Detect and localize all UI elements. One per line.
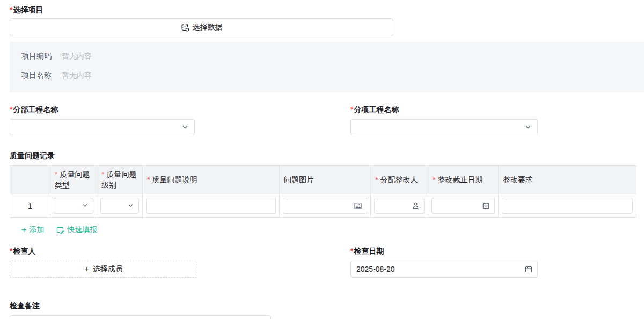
chevron-down-icon [524, 123, 532, 131]
chevron-down-icon [82, 202, 89, 209]
column-header-issue-type: *质量问题类型 [50, 166, 97, 194]
column-header-requirement: 整改要求 [499, 166, 636, 194]
project-name-row: 项目名称 暂无内容 [21, 70, 644, 81]
plus-icon: + [21, 226, 26, 234]
table-row: 1 [10, 194, 636, 218]
add-button[interactable]: + 添加 [21, 225, 44, 235]
column-header-issue-level: *质量问题级别 [97, 166, 143, 194]
division-field: *分部工程名称 [10, 104, 195, 135]
remark-textarea[interactable] [10, 315, 271, 319]
required-mark: * [10, 105, 12, 114]
requirement-input[interactable] [502, 198, 633, 214]
column-header-issue-desc: *质量问题说明 [143, 166, 280, 194]
plus-icon: + [84, 265, 89, 273]
form-container: *选择项目 选择数据 项目编码 暂无内容 项目名称 暂无内容 *分部工程名称 [10, 0, 644, 319]
inspector-field: *检查人 + 选择成员 [10, 246, 197, 278]
inspector-label: *检查人 [10, 246, 197, 256]
row-index: 1 [10, 194, 50, 218]
person-icon [412, 202, 420, 210]
issue-image-input[interactable] [283, 198, 367, 214]
work-name-row: *分部工程名称 *分项工程名称 [10, 104, 644, 137]
quality-records-title: 质量问题记录 [10, 151, 644, 161]
project-name-value: 暂无内容 [62, 71, 92, 80]
required-mark: * [350, 247, 353, 255]
required-mark: * [350, 105, 353, 114]
column-header-index [10, 166, 50, 194]
table-header-row: *质量问题类型 *质量问题级别 *质量问题说明 问题图片 *分配整改人 *整改截… [10, 166, 636, 194]
column-header-assignee: *分配整改人 [371, 166, 428, 194]
select-member-button[interactable]: + 选择成员 [10, 261, 197, 278]
chevron-down-icon [127, 202, 134, 209]
calendar-icon [482, 202, 490, 210]
project-name-label: 项目名称 [21, 71, 62, 80]
select-data-label: 选择数据 [193, 23, 223, 32]
subdivision-field: *分项工程名称 [350, 104, 538, 135]
table-actions: + 添加 快速填报 [21, 225, 644, 235]
image-icon [354, 202, 362, 210]
inspect-date-label: *检查日期 [350, 246, 538, 256]
select-data-button[interactable]: 选择数据 [10, 18, 393, 36]
inspect-date-input[interactable] [350, 261, 538, 278]
issue-level-select[interactable] [100, 198, 139, 214]
division-label: *分部工程名称 [10, 104, 195, 115]
project-code-row: 项目编码 暂无内容 [21, 50, 644, 62]
quick-fill-icon [56, 226, 64, 234]
quality-records-table: *质量问题类型 *质量问题级别 *质量问题说明 问题图片 *分配整改人 *整改截… [10, 165, 636, 218]
issue-desc-input[interactable] [146, 198, 276, 214]
inspect-date-wrap [350, 261, 538, 278]
project-info-panel: 项目编码 暂无内容 项目名称 暂无内容 [10, 42, 644, 92]
required-mark: * [147, 175, 150, 184]
calendar-icon [524, 265, 533, 273]
required-mark: * [10, 247, 12, 255]
column-header-deadline: *整改截止日期 [428, 166, 499, 194]
subdivision-label: *分项工程名称 [350, 104, 538, 115]
select-project-label: *选择项目 [10, 4, 644, 15]
required-mark: * [55, 170, 57, 179]
column-header-issue-image: 问题图片 [280, 166, 371, 194]
inspect-date-field: *检查日期 [350, 246, 538, 278]
required-mark: * [101, 170, 104, 179]
required-mark: * [433, 175, 435, 184]
division-select[interactable] [10, 119, 195, 135]
project-code-value: 暂无内容 [62, 51, 92, 61]
required-mark: * [375, 175, 378, 184]
remark-label: 检查备注 [10, 300, 644, 311]
deadline-input[interactable] [431, 198, 495, 214]
database-icon [181, 23, 189, 32]
subdivision-select[interactable] [350, 119, 538, 135]
chevron-down-icon [181, 123, 189, 131]
quick-fill-button[interactable]: 快速填报 [56, 225, 97, 235]
assignee-input[interactable] [374, 198, 425, 214]
inspector-row: *检查人 + 选择成员 *检查日期 [10, 246, 644, 284]
project-code-label: 项目编码 [21, 51, 62, 61]
required-mark: * [10, 5, 12, 14]
issue-type-select[interactable] [54, 198, 93, 214]
